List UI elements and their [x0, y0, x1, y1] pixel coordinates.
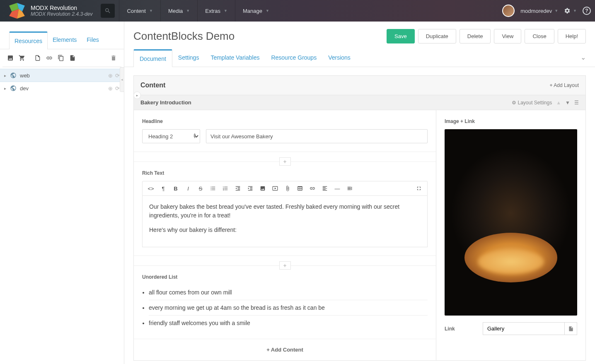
help-button[interactable]: ?: [583, 7, 591, 15]
tab-resource-groups[interactable]: Resource Groups: [265, 49, 322, 67]
indent-icon[interactable]: [244, 183, 256, 193]
sidebar-tabs: Resources Elements Files: [0, 31, 124, 49]
image-icon[interactable]: [257, 183, 268, 193]
resource-tree: ▸ web ⊕⟳ ▸ dev ⊕⟳: [0, 67, 124, 96]
refresh-icon[interactable]: ⟳: [115, 85, 120, 92]
save-button[interactable]: Save: [387, 29, 415, 43]
chevron-down-icon: ▼: [573, 9, 577, 13]
cart-icon[interactable]: [17, 53, 27, 63]
outdent-icon[interactable]: [232, 183, 244, 193]
tree-item-web[interactable]: ▸ web ⊕⟳: [0, 69, 124, 82]
refresh-icon[interactable]: ⟳: [115, 72, 120, 79]
plus-circle-icon[interactable]: ⊕: [108, 85, 113, 92]
file-browse-button[interactable]: [564, 323, 577, 335]
page-header: ContentBlocks Demo Save Duplicate Delete…: [124, 22, 595, 49]
heading-level-select[interactable]: Heading 2: [142, 129, 200, 143]
clear-format-icon[interactable]: [344, 183, 356, 193]
layout-title: Bakery Introduction: [140, 99, 191, 106]
menu-icon[interactable]: ☰: [574, 100, 579, 106]
sidebar-collapse-handle[interactable]: ◂: [120, 67, 124, 92]
attachment-icon[interactable]: [282, 183, 293, 193]
sidebar-tab-elements[interactable]: Elements: [48, 31, 82, 49]
unordered-list[interactable]: all flour comes from our own mill every …: [142, 285, 428, 330]
add-content-button[interactable]: + Add Content: [134, 339, 436, 360]
list-item[interactable]: every morning we get up at 4am so the br…: [149, 300, 428, 316]
unordered-list-icon[interactable]: [207, 183, 219, 193]
document-icon[interactable]: [32, 53, 43, 63]
add-layout-button[interactable]: + Add Layout: [550, 82, 579, 88]
delete-button[interactable]: Delete: [460, 29, 491, 43]
page-title: ContentBlocks Demo: [133, 30, 235, 43]
nav-extras[interactable]: Extras▼: [197, 0, 235, 22]
content-header: Content + Add Layout: [134, 76, 585, 95]
help-button[interactable]: Help!: [558, 29, 586, 43]
collapse-toggle[interactable]: ⌄: [580, 53, 586, 61]
link-icon[interactable]: [44, 53, 55, 63]
table-icon[interactable]: [294, 183, 306, 193]
duplicate-button[interactable]: Duplicate: [418, 29, 456, 43]
settings-menu[interactable]: ▼: [564, 7, 577, 14]
richtext-editor[interactable]: Our bakery bakes the best bread you've e…: [142, 196, 428, 247]
tab-document[interactable]: Document: [133, 49, 172, 67]
code-icon[interactable]: <>: [145, 183, 157, 193]
action-buttons: Save Duplicate Delete View Close Help!: [387, 29, 586, 43]
caret-right-icon: ▸: [4, 73, 10, 78]
align-icon[interactable]: [319, 183, 331, 193]
link-input[interactable]: [483, 323, 564, 335]
sidebar-tab-resources[interactable]: Resources: [9, 31, 48, 49]
chevron-down-icon: ▼: [554, 9, 558, 13]
image-link-block: Image + Link Link: [436, 110, 585, 343]
copy-icon[interactable]: [56, 53, 66, 63]
sidebar-tab-files[interactable]: Files: [82, 31, 104, 49]
nav-media[interactable]: Media▼: [160, 0, 197, 22]
headline-input[interactable]: [206, 129, 428, 143]
fullscreen-icon[interactable]: [413, 183, 425, 193]
link-label: Link: [445, 326, 478, 332]
search-button[interactable]: [101, 4, 115, 18]
ordered-list-icon[interactable]: [220, 183, 231, 193]
gear-icon: [564, 7, 571, 14]
nav-manage[interactable]: Manage▼: [235, 0, 277, 22]
move-down-icon[interactable]: ▼: [565, 100, 570, 106]
content-area: ContentBlocks Demo Save Duplicate Delete…: [124, 22, 595, 364]
image-icon[interactable]: [5, 53, 16, 63]
nav-content[interactable]: Content▼: [119, 0, 160, 22]
image-preview[interactable]: [445, 129, 577, 316]
italic-icon[interactable]: I: [182, 183, 194, 193]
list-item[interactable]: friendly staff welcomes you with a smile: [149, 316, 428, 330]
headline-block: Headline Heading 2 ▲▼: [134, 110, 436, 152]
sidebar-toolbar: [2, 49, 121, 67]
add-block-divider: +: [134, 256, 436, 266]
chevron-down-icon: ▼: [149, 9, 153, 13]
list-item[interactable]: all flour comes from our own mill: [149, 285, 428, 300]
content-title: Content: [140, 82, 165, 89]
richtext-paragraph: Here's why our bakery is different:: [149, 226, 421, 234]
avatar[interactable]: [502, 5, 515, 17]
hr-icon[interactable]: —: [331, 183, 343, 193]
user-area: modmoredev▼ ▼ ?: [502, 5, 591, 17]
file-icon[interactable]: [67, 53, 78, 63]
add-block-divider: +: [134, 152, 436, 162]
paragraph-icon[interactable]: ¶: [157, 183, 169, 193]
plus-circle-icon[interactable]: ⊕: [108, 72, 113, 79]
move-up-icon[interactable]: ▲: [556, 100, 561, 106]
tab-versions[interactable]: Versions: [322, 49, 356, 67]
search-icon: [104, 7, 111, 14]
view-button[interactable]: View: [494, 29, 521, 43]
tab-template-variables[interactable]: Template Variables: [205, 49, 265, 67]
layout-collapse-handle[interactable]: ▸: [133, 92, 141, 99]
strikethrough-icon[interactable]: S: [195, 183, 206, 193]
unordered-list-block: Unordered List all flour comes from our …: [134, 266, 436, 339]
layout-settings-button[interactable]: ⚙ Layout Settings: [512, 100, 552, 106]
topbar: MODX Revolution MODX Revolution 2.4.3-de…: [0, 0, 595, 22]
tree-item-dev[interactable]: ▸ dev ⊕⟳: [0, 82, 124, 94]
video-icon[interactable]: [269, 183, 281, 193]
close-button[interactable]: Close: [525, 29, 554, 43]
link-icon[interactable]: [307, 183, 318, 193]
richtext-block: Rich Text <> ¶ B I S: [134, 162, 436, 256]
content-block: Content + Add Layout ▸ Bakery Introducti…: [133, 75, 586, 361]
user-menu[interactable]: modmoredev▼: [520, 8, 558, 14]
bold-icon[interactable]: B: [170, 183, 181, 193]
tab-settings[interactable]: Settings: [172, 49, 205, 67]
trash-icon[interactable]: [108, 53, 119, 63]
